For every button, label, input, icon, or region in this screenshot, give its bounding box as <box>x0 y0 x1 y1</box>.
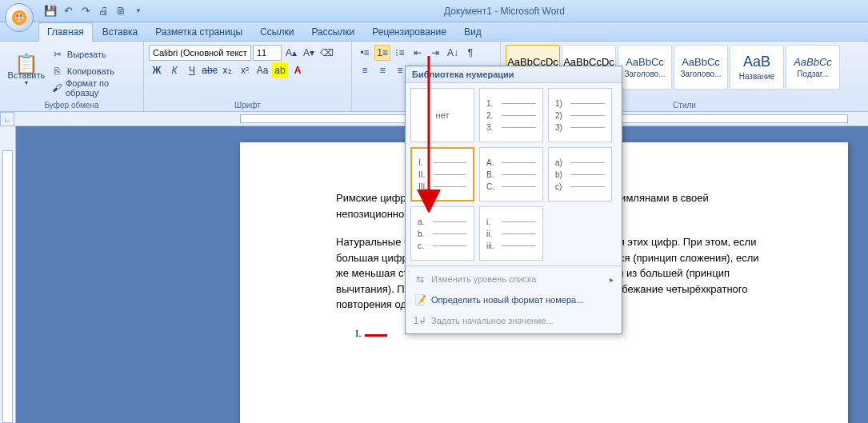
gallery-item-none[interactable]: нет <box>410 88 474 142</box>
show-marks-button[interactable]: ¶ <box>462 45 478 61</box>
align-left-button[interactable]: ≡ <box>357 62 373 78</box>
redo-icon[interactable]: ↷ <box>78 4 93 18</box>
qat-dropdown-icon[interactable]: ▼ <box>131 4 146 18</box>
align-center-button[interactable]: ≡ <box>374 62 390 78</box>
clear-formatting-icon[interactable]: ⌫ <box>318 45 334 61</box>
group-label-font: Шрифт <box>144 101 351 110</box>
bold-button[interactable]: Ж <box>149 62 165 78</box>
paste-icon: 📋 <box>20 58 33 70</box>
group-font: A▴ A▾ ⌫ Ж К Ч abc x₂ x² Aa ab A Шрифт <box>144 42 352 111</box>
tab-insert[interactable]: Вставка <box>94 23 146 41</box>
change-level-icon: ⇆ <box>414 273 426 285</box>
gallery-item-alpha-lower-paren[interactable]: a) b) c) <box>548 147 612 202</box>
style-heading1[interactable]: AaBbCcЗаголово... <box>618 45 672 90</box>
set-value-icon: 1↲ <box>414 314 426 327</box>
format-painter-button[interactable]: 🖌Формат по образцу <box>48 80 138 96</box>
title-bar: 💾 ↶ ↷ 🖨 🗎 ▼ Документ1 - Microsoft Word <box>0 0 868 22</box>
numbering-gallery: Библиотека нумерации нет 1. 2. 3. 1) 2) … <box>405 66 622 334</box>
svg-rect-4 <box>16 18 18 21</box>
style-heading2[interactable]: AaBbCcЗаголово... <box>674 45 728 90</box>
gallery-item-roman-lower[interactable]: i. ii. iii. <box>479 206 543 261</box>
tab-page-layout[interactable]: Разметка страницы <box>147 23 250 41</box>
grow-font-icon[interactable]: A▴ <box>283 45 299 61</box>
ribbon-tabs: Главная Вставка Разметка страницы Ссылки… <box>0 22 868 42</box>
gallery-title: Библиотека нумерации <box>406 66 622 83</box>
cmd-set-value: 1↲ Задать начальное значение... <box>406 310 622 331</box>
increase-indent-button[interactable]: ⇥ <box>427 45 443 61</box>
strike-button[interactable]: abc <box>202 62 218 78</box>
vertical-ruler[interactable] <box>0 126 16 423</box>
chevron-right-icon: ▸ <box>610 275 614 284</box>
print-preview-icon[interactable]: 🗎 <box>114 4 128 18</box>
decrease-indent-button[interactable]: ⇤ <box>410 45 426 61</box>
ruler-corner-icon[interactable]: ∟ <box>0 112 14 126</box>
tab-view[interactable]: Вид <box>456 23 490 41</box>
cmd-change-level: ⇆ Изменить уровень списка ▸ <box>406 269 622 289</box>
tab-review[interactable]: Рецензирование <box>364 23 454 41</box>
style-subtitle[interactable]: AaBbCcПодзаг... <box>786 45 840 90</box>
sort-button[interactable]: A↓ <box>445 45 461 61</box>
bullets-button[interactable]: •≡ <box>357 45 373 61</box>
tab-home[interactable]: Главная <box>38 22 93 42</box>
svg-rect-2 <box>16 14 18 17</box>
tab-references[interactable]: Ссылки <box>252 23 302 41</box>
undo-icon[interactable]: ↶ <box>61 4 75 18</box>
quick-print-icon[interactable]: 🖨 <box>96 4 110 18</box>
gallery-item-roman-upper[interactable]: I. II. III. <box>410 147 474 202</box>
gallery-item-decimal-paren[interactable]: 1) 2) 3) <box>548 88 612 142</box>
gallery-item-decimal-dot[interactable]: 1. 2. 3. <box>479 88 543 142</box>
window-title: Документ1 - Microsoft Word <box>146 6 863 17</box>
highlight-button[interactable]: ab <box>272 62 288 78</box>
cut-button[interactable]: ✂Вырезать <box>48 46 138 62</box>
office-button[interactable] <box>5 3 34 32</box>
save-icon[interactable]: 💾 <box>43 4 58 18</box>
format-painter-icon: 🖌 <box>51 82 62 94</box>
group-label-clipboard: Буфер обмена <box>0 101 143 110</box>
subscript-button[interactable]: x₂ <box>219 62 235 78</box>
style-title[interactable]: AaBНазвание <box>730 45 784 90</box>
underline-button[interactable]: Ч <box>184 62 200 78</box>
change-case-button[interactable]: Aa <box>254 62 270 78</box>
copy-icon: ⎘ <box>51 65 64 78</box>
font-size-input[interactable] <box>253 45 282 61</box>
paste-button[interactable]: 📋 Вставить ▼ <box>5 45 48 98</box>
cut-icon: ✂ <box>51 48 64 61</box>
quick-access-toolbar: 💾 ↶ ↷ 🖨 🗎 ▼ <box>43 4 146 18</box>
font-name-input[interactable] <box>149 45 251 61</box>
svg-rect-5 <box>20 18 22 21</box>
shrink-font-icon[interactable]: A▾ <box>301 45 317 61</box>
cursor-underline <box>365 334 387 337</box>
font-color-button[interactable]: A <box>290 62 306 78</box>
paste-label: Вставить <box>8 70 46 80</box>
svg-point-1 <box>15 14 24 22</box>
define-format-icon: 📝 <box>414 293 426 306</box>
group-clipboard: 📋 Вставить ▼ ✂Вырезать ⎘Копировать 🖌Форм… <box>0 42 144 111</box>
svg-rect-3 <box>20 14 22 17</box>
italic-button[interactable]: К <box>166 62 182 78</box>
gallery-item-alpha-upper[interactable]: A. B. C. <box>479 147 543 202</box>
copy-button[interactable]: ⎘Копировать <box>48 63 138 79</box>
gallery-item-alpha-lower-dot[interactable]: a. b. c. <box>410 206 474 261</box>
multilevel-button[interactable]: ⁝≡ <box>392 45 408 61</box>
cmd-define-format[interactable]: 📝 Определить новый формат номера... <box>406 289 622 310</box>
numbering-button[interactable]: 1≡ <box>374 45 390 61</box>
superscript-button[interactable]: x² <box>237 62 253 78</box>
tab-mailings[interactable]: Рассылки <box>303 23 362 41</box>
